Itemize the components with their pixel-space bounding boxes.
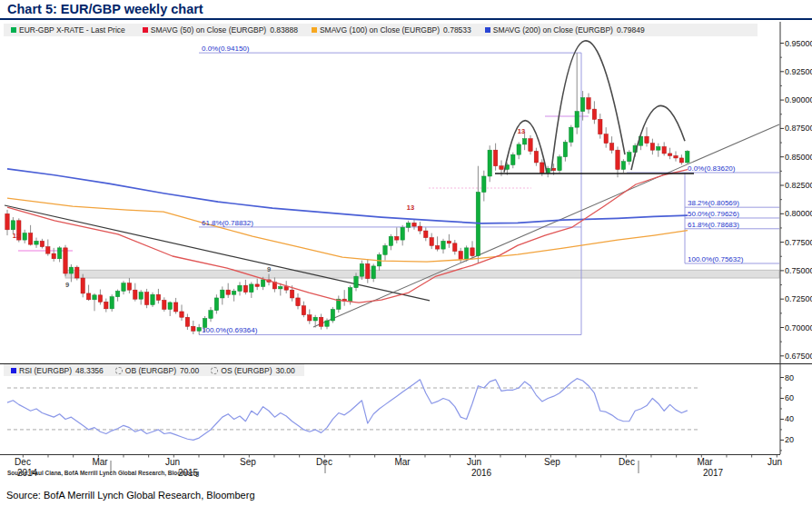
- dashed-circle-icon: [211, 367, 218, 374]
- candle-up: [354, 276, 358, 288]
- legend-item-smavg200: SMAVG (200) on Close (EURGBP)0.79849: [485, 25, 645, 35]
- x-axis-year-label: 2016: [471, 468, 492, 478]
- candle-up: [151, 294, 154, 304]
- candle-down: [144, 293, 148, 305]
- y-axis-label: 0.80000: [785, 209, 812, 218]
- candle-down: [40, 241, 44, 246]
- rsi-axis-label: 40: [785, 414, 794, 423]
- candle-down: [674, 155, 678, 158]
- candle-up: [110, 297, 114, 309]
- candle-down: [650, 144, 654, 151]
- legend-label: OB (EURGBP): [125, 366, 176, 375]
- candle-up: [331, 309, 334, 321]
- y-axis-label: 0.70000: [785, 323, 812, 332]
- candle-up: [517, 144, 520, 154]
- x-axis-month-label: Jun: [767, 457, 782, 467]
- candle-down: [645, 136, 649, 144]
- candle-up: [621, 162, 625, 170]
- rsi-axis-label: 60: [785, 393, 794, 402]
- candle-up: [511, 154, 515, 164]
- legend-item-smavg100: SMAVG (100) on Close (EURGBP)0.78533: [312, 25, 471, 35]
- candle-down: [243, 285, 247, 293]
- candle-up: [406, 223, 410, 227]
- candle-down: [192, 326, 195, 331]
- y-axis-label: 0.90000: [785, 95, 812, 104]
- legend-item-ob: OB (EURGBP)70.00: [115, 366, 199, 375]
- y-axis-label: 0.67500: [785, 352, 812, 361]
- candle-up: [93, 295, 96, 300]
- y-axis-label: 0.82500: [785, 181, 812, 190]
- candle-down: [534, 151, 538, 163]
- candle-up: [575, 112, 579, 128]
- legend-value: 70.00: [180, 366, 199, 375]
- candle-down: [430, 238, 433, 246]
- candle-up: [250, 284, 253, 293]
- chart-canvas: 0.0%(0.94150)61.8%(0.78832)100.0%(0.6936…: [0, 0, 812, 506]
- x-axis-month-label: Sep: [544, 457, 560, 467]
- candle-down: [418, 226, 421, 231]
- legend-label: RSI (EURGBP): [19, 366, 72, 375]
- candle-down: [592, 109, 596, 119]
- y-axis-label: 0.72500: [785, 294, 812, 303]
- candle-down: [290, 290, 293, 298]
- candle-up: [209, 311, 213, 319]
- legend-item-last-price: EUR-GBP X-RATE - Last Price: [11, 25, 129, 35]
- fib-level-label: 100.0%(0.75632): [688, 255, 744, 263]
- candle-down: [180, 312, 183, 317]
- in-chart-source-note: Source: Paul Ciana, BofA Merrill Lynch G…: [7, 470, 199, 476]
- setup-count-annotation: 13: [407, 203, 414, 212]
- candle-down: [86, 293, 90, 300]
- candle-down: [587, 98, 590, 110]
- candle-down: [599, 119, 602, 134]
- legend-item-rsi: RSI (EURGBP)48.3356: [11, 366, 104, 375]
- candle-down: [308, 315, 312, 321]
- candle-up: [558, 157, 561, 171]
- setup-count-annotation: 13: [518, 127, 525, 135]
- candle-up: [122, 283, 125, 292]
- candle-up: [221, 290, 224, 298]
- legend-value: 0.78533: [443, 25, 471, 35]
- x-axis-month-label: Jun: [467, 457, 481, 467]
- candle-up: [371, 266, 375, 279]
- x-axis-month-label: Mar: [92, 457, 108, 467]
- candle-up: [569, 127, 573, 142]
- source-caption: Source: BofA Merrill Lynch Global Resear…: [6, 490, 255, 501]
- setup-count-annotation: 9: [65, 281, 69, 289]
- candle-up: [279, 286, 282, 289]
- legend-label: OS (EURGBP): [221, 366, 272, 375]
- candle-up: [389, 236, 392, 245]
- fib-level-label: 100.0%(0.69364): [202, 326, 258, 334]
- legend-label: SMAVG (50) on Close (EURGBP): [151, 25, 266, 35]
- fib-level-label: 61.8%(0.78683): [688, 221, 739, 229]
- candle-up: [563, 142, 567, 156]
- candle-up: [23, 233, 26, 241]
- candle-down: [173, 303, 177, 312]
- candle-up: [401, 227, 404, 240]
- rsi-axis-label: 80: [785, 373, 794, 382]
- x-axis-month-label: Dec: [15, 457, 31, 467]
- main-chart-legend: EUR-GBP X-RATE - Last Price SMAVG (50) o…: [4, 24, 758, 36]
- rsi-legend: RSI (EURGBP)48.3356 OB (EURGBP)70.00 OS …: [4, 364, 304, 376]
- candle-up: [238, 285, 242, 291]
- fib-level-label: 61.8%(0.78832): [202, 219, 253, 227]
- candle-down: [604, 134, 608, 144]
- candle-up: [657, 146, 660, 150]
- support-band: [65, 270, 779, 278]
- candle-down: [104, 302, 108, 309]
- candle-up: [57, 248, 61, 259]
- candle-up: [325, 321, 329, 326]
- x-axis-month-label: Mar: [697, 457, 713, 467]
- candle-up: [441, 241, 445, 249]
- candle-up: [139, 293, 143, 300]
- candle-down: [302, 306, 305, 315]
- y-axis-label: 0.75000: [785, 266, 812, 275]
- candle-up: [69, 267, 73, 273]
- candle-down: [616, 150, 619, 169]
- candle-down: [412, 223, 416, 226]
- candle-up: [464, 248, 468, 260]
- y-axis-label: 0.77500: [785, 238, 812, 247]
- candle-down: [98, 295, 102, 303]
- candle-down: [424, 231, 428, 238]
- candle-up: [232, 291, 235, 294]
- x-axis-month-label: Dec: [316, 457, 332, 467]
